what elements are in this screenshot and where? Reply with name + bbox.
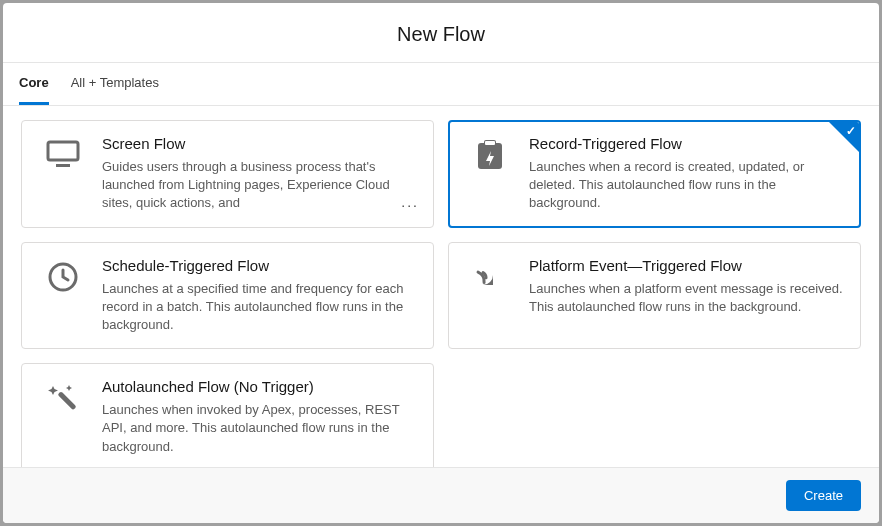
svg-rect-0: [48, 142, 78, 160]
card-autolaunched-flow[interactable]: Autolaunched Flow (No Trigger) Launches …: [21, 363, 434, 467]
card-platform-event-flow[interactable]: Platform Event—Triggered Flow Launches w…: [448, 242, 861, 350]
modal-header: New Flow: [3, 3, 879, 63]
check-icon: ✓: [846, 124, 856, 138]
svg-rect-6: [57, 391, 76, 410]
tab-bar: Core All + Templates: [3, 63, 879, 106]
new-flow-modal: New Flow Core All + Templates Screen Flo…: [3, 3, 879, 523]
tab-templates[interactable]: All + Templates: [71, 63, 159, 105]
wand-icon: [36, 378, 90, 414]
content-area: Screen Flow Guides users through a busin…: [3, 106, 879, 467]
tab-templates-label: All + Templates: [71, 75, 159, 90]
card-platform-title: Platform Event—Triggered Flow: [529, 257, 844, 274]
card-schedule-title: Schedule-Triggered Flow: [102, 257, 417, 274]
modal-footer: Create: [3, 467, 879, 523]
card-screen-title: Screen Flow: [102, 135, 417, 152]
create-button[interactable]: Create: [786, 480, 861, 511]
card-record-desc: Launches when a record is created, updat…: [529, 158, 844, 213]
clock-icon: [36, 257, 90, 293]
more-icon: ···: [401, 197, 419, 213]
card-schedule-triggered-flow[interactable]: Schedule-Triggered Flow Launches at a sp…: [21, 242, 434, 350]
svg-rect-4: [485, 141, 495, 145]
modal-title: New Flow: [3, 23, 879, 46]
antenna-icon: [463, 257, 517, 291]
tab-core-label: Core: [19, 75, 49, 90]
card-auto-desc: Launches when invoked by Apex, processes…: [102, 401, 417, 456]
card-screen-flow[interactable]: Screen Flow Guides users through a busin…: [21, 120, 434, 228]
svg-rect-1: [56, 164, 70, 167]
tab-core[interactable]: Core: [19, 63, 49, 105]
clipboard-icon: [463, 135, 517, 171]
flow-type-grid: Screen Flow Guides users through a busin…: [21, 120, 861, 467]
card-platform-desc: Launches when a platform event message i…: [529, 280, 844, 316]
create-button-label: Create: [804, 488, 843, 503]
screen-icon: [36, 135, 90, 169]
card-schedule-desc: Launches at a specified time and frequen…: [102, 280, 417, 335]
card-auto-title: Autolaunched Flow (No Trigger): [102, 378, 417, 395]
card-record-triggered-flow[interactable]: ✓ Record-Triggered Flow Launches when a …: [448, 120, 861, 228]
card-record-title: Record-Triggered Flow: [529, 135, 844, 152]
card-screen-desc: Guides users through a business process …: [102, 158, 417, 213]
